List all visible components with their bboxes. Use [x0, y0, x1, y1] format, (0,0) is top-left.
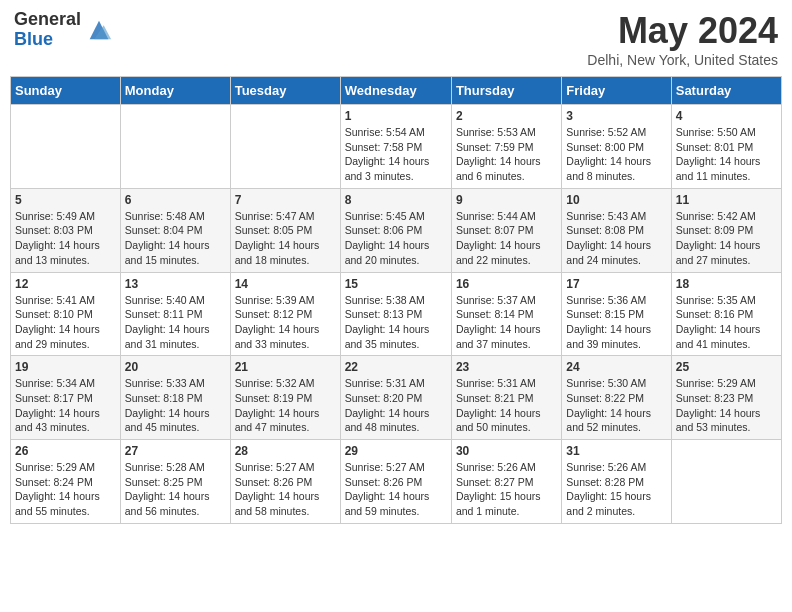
- day-info: Sunrise: 5:36 AMSunset: 8:15 PMDaylight:…: [566, 293, 666, 352]
- calendar-day-cell: 15Sunrise: 5:38 AMSunset: 8:13 PMDayligh…: [340, 272, 451, 356]
- logo-general-text: General: [14, 10, 81, 30]
- day-number: 6: [125, 193, 226, 207]
- day-info: Sunrise: 5:27 AMSunset: 8:26 PMDaylight:…: [235, 460, 336, 519]
- day-info: Sunrise: 5:45 AMSunset: 8:06 PMDaylight:…: [345, 209, 447, 268]
- calendar-day-cell: 12Sunrise: 5:41 AMSunset: 8:10 PMDayligh…: [11, 272, 121, 356]
- day-info: Sunrise: 5:34 AMSunset: 8:17 PMDaylight:…: [15, 376, 116, 435]
- calendar-week-row: 19Sunrise: 5:34 AMSunset: 8:17 PMDayligh…: [11, 356, 782, 440]
- day-number: 17: [566, 277, 666, 291]
- day-number: 27: [125, 444, 226, 458]
- day-number: 31: [566, 444, 666, 458]
- calendar-day-cell: 1Sunrise: 5:54 AMSunset: 7:58 PMDaylight…: [340, 105, 451, 189]
- calendar-day-cell: 22Sunrise: 5:31 AMSunset: 8:20 PMDayligh…: [340, 356, 451, 440]
- calendar-day-cell: 21Sunrise: 5:32 AMSunset: 8:19 PMDayligh…: [230, 356, 340, 440]
- day-of-week-header: Tuesday: [230, 77, 340, 105]
- calendar-day-cell: 19Sunrise: 5:34 AMSunset: 8:17 PMDayligh…: [11, 356, 121, 440]
- calendar-day-cell: 24Sunrise: 5:30 AMSunset: 8:22 PMDayligh…: [562, 356, 671, 440]
- day-number: 16: [456, 277, 557, 291]
- logo-icon: [85, 16, 113, 44]
- day-info: Sunrise: 5:54 AMSunset: 7:58 PMDaylight:…: [345, 125, 447, 184]
- day-number: 2: [456, 109, 557, 123]
- day-info: Sunrise: 5:26 AMSunset: 8:28 PMDaylight:…: [566, 460, 666, 519]
- calendar-day-cell: 7Sunrise: 5:47 AMSunset: 8:05 PMDaylight…: [230, 188, 340, 272]
- day-number: 15: [345, 277, 447, 291]
- calendar-header-row: SundayMondayTuesdayWednesdayThursdayFrid…: [11, 77, 782, 105]
- calendar-day-cell: 4Sunrise: 5:50 AMSunset: 8:01 PMDaylight…: [671, 105, 781, 189]
- day-info: Sunrise: 5:48 AMSunset: 8:04 PMDaylight:…: [125, 209, 226, 268]
- day-of-week-header: Thursday: [451, 77, 561, 105]
- calendar-day-cell: 5Sunrise: 5:49 AMSunset: 8:03 PMDaylight…: [11, 188, 121, 272]
- calendar-day-cell: 25Sunrise: 5:29 AMSunset: 8:23 PMDayligh…: [671, 356, 781, 440]
- calendar-day-cell: 27Sunrise: 5:28 AMSunset: 8:25 PMDayligh…: [120, 440, 230, 524]
- logo: General Blue: [14, 10, 113, 50]
- day-number: 21: [235, 360, 336, 374]
- day-info: Sunrise: 5:28 AMSunset: 8:25 PMDaylight:…: [125, 460, 226, 519]
- day-of-week-header: Friday: [562, 77, 671, 105]
- calendar-day-cell: [671, 440, 781, 524]
- calendar-day-cell: 16Sunrise: 5:37 AMSunset: 8:14 PMDayligh…: [451, 272, 561, 356]
- calendar-week-row: 1Sunrise: 5:54 AMSunset: 7:58 PMDaylight…: [11, 105, 782, 189]
- day-info: Sunrise: 5:39 AMSunset: 8:12 PMDaylight:…: [235, 293, 336, 352]
- page-header: General Blue May 2024 Delhi, New York, U…: [10, 10, 782, 68]
- day-info: Sunrise: 5:31 AMSunset: 8:20 PMDaylight:…: [345, 376, 447, 435]
- calendar-day-cell: 23Sunrise: 5:31 AMSunset: 8:21 PMDayligh…: [451, 356, 561, 440]
- calendar-day-cell: [120, 105, 230, 189]
- day-number: 23: [456, 360, 557, 374]
- calendar-day-cell: 10Sunrise: 5:43 AMSunset: 8:08 PMDayligh…: [562, 188, 671, 272]
- calendar-day-cell: 13Sunrise: 5:40 AMSunset: 8:11 PMDayligh…: [120, 272, 230, 356]
- day-number: 25: [676, 360, 777, 374]
- calendar-day-cell: 17Sunrise: 5:36 AMSunset: 8:15 PMDayligh…: [562, 272, 671, 356]
- day-number: 1: [345, 109, 447, 123]
- month-title: May 2024: [587, 10, 778, 52]
- day-of-week-header: Wednesday: [340, 77, 451, 105]
- day-info: Sunrise: 5:47 AMSunset: 8:05 PMDaylight:…: [235, 209, 336, 268]
- calendar-day-cell: 8Sunrise: 5:45 AMSunset: 8:06 PMDaylight…: [340, 188, 451, 272]
- day-info: Sunrise: 5:32 AMSunset: 8:19 PMDaylight:…: [235, 376, 336, 435]
- day-info: Sunrise: 5:29 AMSunset: 8:24 PMDaylight:…: [15, 460, 116, 519]
- day-info: Sunrise: 5:40 AMSunset: 8:11 PMDaylight:…: [125, 293, 226, 352]
- calendar-day-cell: 29Sunrise: 5:27 AMSunset: 8:26 PMDayligh…: [340, 440, 451, 524]
- day-info: Sunrise: 5:41 AMSunset: 8:10 PMDaylight:…: [15, 293, 116, 352]
- day-number: 14: [235, 277, 336, 291]
- location: Delhi, New York, United States: [587, 52, 778, 68]
- calendar-day-cell: 11Sunrise: 5:42 AMSunset: 8:09 PMDayligh…: [671, 188, 781, 272]
- calendar-table: SundayMondayTuesdayWednesdayThursdayFrid…: [10, 76, 782, 524]
- calendar-day-cell: [230, 105, 340, 189]
- day-info: Sunrise: 5:38 AMSunset: 8:13 PMDaylight:…: [345, 293, 447, 352]
- calendar-day-cell: 6Sunrise: 5:48 AMSunset: 8:04 PMDaylight…: [120, 188, 230, 272]
- day-number: 5: [15, 193, 116, 207]
- calendar-day-cell: 26Sunrise: 5:29 AMSunset: 8:24 PMDayligh…: [11, 440, 121, 524]
- calendar-day-cell: 18Sunrise: 5:35 AMSunset: 8:16 PMDayligh…: [671, 272, 781, 356]
- day-number: 30: [456, 444, 557, 458]
- day-of-week-header: Saturday: [671, 77, 781, 105]
- day-info: Sunrise: 5:42 AMSunset: 8:09 PMDaylight:…: [676, 209, 777, 268]
- day-info: Sunrise: 5:53 AMSunset: 7:59 PMDaylight:…: [456, 125, 557, 184]
- day-info: Sunrise: 5:26 AMSunset: 8:27 PMDaylight:…: [456, 460, 557, 519]
- day-number: 4: [676, 109, 777, 123]
- day-info: Sunrise: 5:49 AMSunset: 8:03 PMDaylight:…: [15, 209, 116, 268]
- day-info: Sunrise: 5:30 AMSunset: 8:22 PMDaylight:…: [566, 376, 666, 435]
- title-block: May 2024 Delhi, New York, United States: [587, 10, 778, 68]
- calendar-day-cell: [11, 105, 121, 189]
- day-number: 13: [125, 277, 226, 291]
- day-info: Sunrise: 5:27 AMSunset: 8:26 PMDaylight:…: [345, 460, 447, 519]
- day-number: 29: [345, 444, 447, 458]
- day-info: Sunrise: 5:29 AMSunset: 8:23 PMDaylight:…: [676, 376, 777, 435]
- calendar-day-cell: 20Sunrise: 5:33 AMSunset: 8:18 PMDayligh…: [120, 356, 230, 440]
- day-info: Sunrise: 5:50 AMSunset: 8:01 PMDaylight:…: [676, 125, 777, 184]
- calendar-day-cell: 30Sunrise: 5:26 AMSunset: 8:27 PMDayligh…: [451, 440, 561, 524]
- calendar-day-cell: 2Sunrise: 5:53 AMSunset: 7:59 PMDaylight…: [451, 105, 561, 189]
- day-number: 20: [125, 360, 226, 374]
- calendar-day-cell: 28Sunrise: 5:27 AMSunset: 8:26 PMDayligh…: [230, 440, 340, 524]
- day-of-week-header: Monday: [120, 77, 230, 105]
- day-info: Sunrise: 5:31 AMSunset: 8:21 PMDaylight:…: [456, 376, 557, 435]
- day-number: 19: [15, 360, 116, 374]
- day-number: 3: [566, 109, 666, 123]
- calendar-day-cell: 31Sunrise: 5:26 AMSunset: 8:28 PMDayligh…: [562, 440, 671, 524]
- day-number: 10: [566, 193, 666, 207]
- calendar-day-cell: 14Sunrise: 5:39 AMSunset: 8:12 PMDayligh…: [230, 272, 340, 356]
- day-of-week-header: Sunday: [11, 77, 121, 105]
- calendar-day-cell: 9Sunrise: 5:44 AMSunset: 8:07 PMDaylight…: [451, 188, 561, 272]
- day-number: 22: [345, 360, 447, 374]
- day-number: 18: [676, 277, 777, 291]
